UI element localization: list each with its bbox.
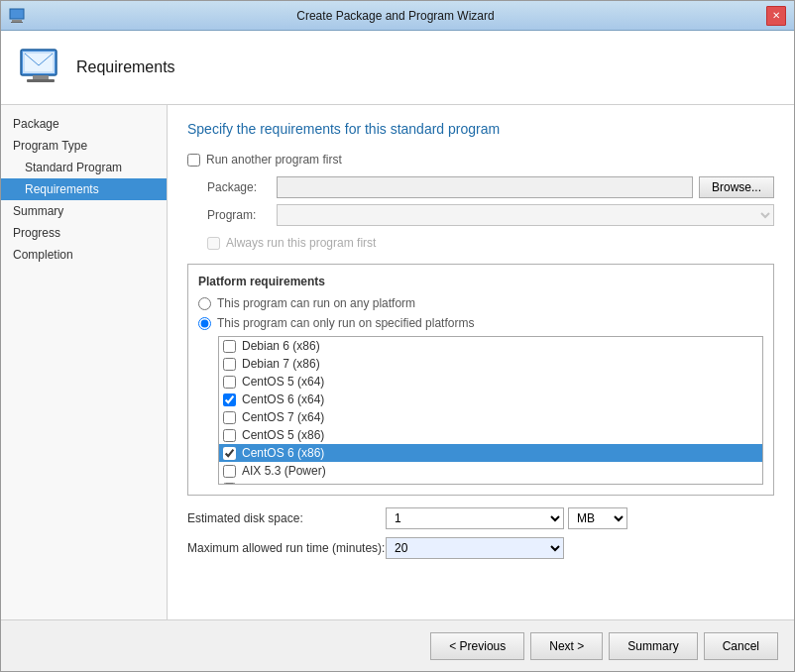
platform-item-centos7-64[interactable]: CentOS 7 (x64) — [219, 408, 762, 426]
platform-list-container: Debian 6 (x86) Debian 7 (x86) CentOS 5 (… — [218, 336, 763, 485]
platform-item-aix53[interactable]: AIX 5.3 (Power) — [219, 462, 762, 480]
any-platform-row: This program can run on any platform — [198, 296, 763, 310]
platform-item-debian7[interactable]: Debian 7 (x86) — [219, 355, 762, 373]
platform-title: Platform requirements — [198, 275, 763, 288]
platform-item-centos5-86[interactable]: CentOS 5 (x86) — [219, 426, 762, 444]
platform-label-centos7-64: CentOS 7 (x64) — [242, 410, 324, 424]
package-input[interactable] — [277, 176, 693, 198]
run-another-label: Run another program first — [206, 153, 342, 167]
title-bar: Create Package and Program Wizard ✕ — [1, 1, 794, 31]
svg-rect-7 — [25, 54, 53, 71]
program-label: Program: — [207, 208, 277, 222]
previous-button[interactable]: < Previous — [430, 632, 524, 660]
max-runtime-row: Maximum allowed run time (minutes): 20 — [187, 537, 774, 559]
platform-list: Debian 6 (x86) Debian 7 (x86) CentOS 5 (… — [219, 337, 762, 485]
platform-label-centos6-64: CentOS 6 (x64) — [242, 392, 324, 406]
platform-label-debian6: Debian 6 (x86) — [242, 339, 320, 353]
platform-label-aix61: AIX 6.1 (Power) — [242, 482, 326, 485]
run-another-program-row: Run another program first — [187, 153, 774, 167]
svg-rect-6 — [27, 79, 55, 82]
header-title: Requirements — [76, 58, 175, 76]
disk-space-select[interactable]: 1 — [386, 507, 564, 529]
program-select[interactable] — [277, 204, 774, 226]
platform-checkbox-centos7-64[interactable] — [223, 411, 236, 424]
platform-checkbox-centos6-64[interactable] — [223, 393, 236, 406]
section-title: Specify the requirements for this standa… — [187, 121, 774, 137]
disk-space-row: Estimated disk space: 1 KB MB GB — [187, 507, 774, 529]
platform-label-centos5-86: CentOS 5 (x86) — [242, 428, 324, 442]
max-runtime-label: Maximum allowed run time (minutes): — [187, 541, 386, 555]
platform-label-debian7: Debian 7 (x86) — [242, 357, 320, 371]
svg-rect-5 — [33, 75, 49, 79]
svg-rect-2 — [11, 22, 23, 23]
max-runtime-select[interactable]: 20 — [386, 537, 564, 559]
browse-button[interactable]: Browse... — [699, 176, 774, 198]
platform-item-debian6[interactable]: Debian 6 (x86) — [219, 337, 762, 355]
any-platform-label: This program can run on any platform — [217, 296, 415, 310]
platform-item-centos6-86[interactable]: CentOS 6 (x86) — [219, 444, 762, 462]
platform-checkbox-debian6[interactable] — [223, 340, 236, 353]
specified-platform-label: This program can only run on specified p… — [217, 316, 474, 330]
disk-unit-select[interactable]: KB MB GB — [568, 507, 627, 529]
platform-section: Platform requirements This program can r… — [187, 264, 774, 496]
sidebar-item-summary[interactable]: Summary — [1, 200, 167, 222]
always-run-row: Always run this program first — [207, 236, 774, 250]
platform-checkbox-aix53[interactable] — [223, 465, 236, 478]
sidebar-item-standard-program[interactable]: Standard Program — [1, 157, 167, 178]
wizard-window: Create Package and Program Wizard ✕ Requ… — [0, 0, 795, 672]
main-panel: Specify the requirements for this standa… — [168, 105, 794, 619]
sidebar-item-package[interactable]: Package — [1, 113, 167, 135]
always-run-label: Always run this program first — [226, 236, 376, 250]
program-row: Program: — [207, 204, 774, 226]
summary-button[interactable]: Summary — [609, 632, 697, 660]
svg-rect-1 — [12, 20, 22, 22]
title-bar-icon — [9, 8, 25, 24]
platform-label-centos5-64: CentOS 5 (x64) — [242, 375, 324, 389]
platform-item-centos5-64[interactable]: CentOS 5 (x64) — [219, 373, 762, 391]
package-label: Package: — [207, 180, 277, 194]
always-run-checkbox[interactable] — [207, 237, 220, 250]
svg-rect-0 — [10, 9, 24, 19]
platform-checkbox-centos6-86[interactable] — [223, 447, 236, 460]
sidebar: Package Program Type Standard Program Re… — [1, 105, 168, 619]
any-platform-radio[interactable] — [198, 297, 211, 310]
platform-label-centos6-86: CentOS 6 (x86) — [242, 446, 324, 460]
next-button[interactable]: Next > — [530, 632, 603, 660]
platform-label-aix53: AIX 5.3 (Power) — [242, 464, 326, 478]
run-another-checkbox[interactable] — [187, 154, 200, 167]
platform-item-aix61[interactable]: AIX 6.1 (Power) — [219, 480, 762, 485]
cancel-button[interactable]: Cancel — [704, 632, 778, 660]
platform-checkbox-centos5-64[interactable] — [223, 376, 236, 389]
specified-platform-radio[interactable] — [198, 317, 211, 330]
platform-item-centos6-64[interactable]: CentOS 6 (x64) — [219, 391, 762, 408]
sidebar-item-completion[interactable]: Completion — [1, 244, 167, 266]
platform-checkbox-aix61[interactable] — [223, 483, 236, 486]
package-row: Package: Browse... — [207, 176, 774, 198]
sidebar-item-program-type[interactable]: Program Type — [1, 135, 167, 157]
platform-checkbox-debian7[interactable] — [223, 358, 236, 371]
sidebar-item-progress[interactable]: Progress — [1, 222, 167, 244]
close-button[interactable]: ✕ — [766, 6, 786, 26]
footer: < Previous Next > Summary Cancel — [1, 619, 794, 671]
sidebar-item-requirements[interactable]: Requirements — [1, 178, 167, 200]
header-bar: Requirements — [1, 31, 794, 105]
header-icon — [17, 44, 64, 91]
specified-platform-row: This program can only run on specified p… — [198, 316, 763, 330]
content-area: Package Program Type Standard Program Re… — [1, 105, 794, 619]
platform-checkbox-centos5-86[interactable] — [223, 429, 236, 442]
disk-space-label: Estimated disk space: — [187, 511, 386, 525]
window-title: Create Package and Program Wizard — [25, 9, 766, 23]
